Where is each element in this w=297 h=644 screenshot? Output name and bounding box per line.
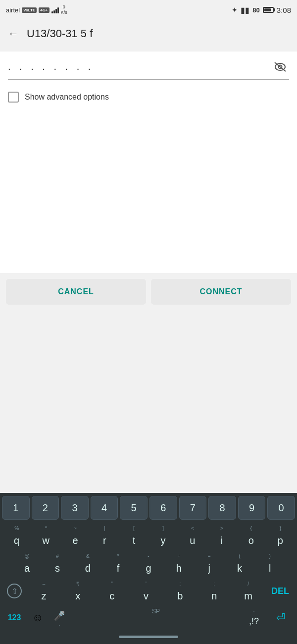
- key-z[interactable]: –z: [27, 578, 61, 604]
- signal-bars: [51, 6, 59, 13]
- status-bar: airtel VoLTE 4G+ 0 K/s ✦ ▮▮ 80 3:08: [0, 0, 297, 20]
- key-7[interactable]: 7: [179, 496, 207, 520]
- data-speed: 0 K/s: [61, 4, 67, 15]
- key-8[interactable]: 8: [208, 496, 236, 520]
- key-i[interactable]: >i: [207, 523, 236, 548]
- punct-label: ,!?: [249, 616, 259, 627]
- back-button[interactable]: ←: [8, 27, 19, 40]
- microphone-icon: 🎤: [54, 610, 65, 621]
- key-p[interactable]: }p: [266, 523, 295, 548]
- home-bar: [119, 636, 178, 638]
- top-bar: ← U13/30-31 5 f: [0, 20, 297, 48]
- connect-button[interactable]: CONNECT: [151, 279, 291, 305]
- main-content: · · · · · · · · Show advanced options: [0, 52, 297, 114]
- space-sp-label: SP: [152, 608, 160, 615]
- key-k[interactable]: (k: [224, 550, 254, 576]
- key-a[interactable]: @a: [12, 550, 42, 576]
- key-b[interactable]: :b: [163, 578, 197, 604]
- key-u[interactable]: <u: [178, 523, 207, 548]
- space-button[interactable]: SP: [70, 607, 242, 629]
- password-dots[interactable]: · · · · · · · ·: [8, 61, 271, 76]
- key-0[interactable]: 0: [267, 496, 295, 520]
- key-e[interactable]: ~e: [60, 523, 90, 548]
- action-buttons: CANCEL CONNECT: [0, 273, 297, 311]
- keyboard-number-row: 1 2 3 4 5 6 7 8 9 0: [0, 493, 297, 522]
- delete-button[interactable]: DEL: [265, 578, 295, 604]
- shift-icon: ⇧: [7, 584, 22, 598]
- key-j[interactable]: =j: [194, 550, 224, 576]
- keyboard-bottom-row: 123 ☺ 🎤 , SP . ,!? ⏎: [0, 605, 297, 632]
- key-o[interactable]: {o: [237, 523, 266, 548]
- key-r[interactable]: |r: [90, 523, 119, 548]
- key-s[interactable]: #s: [42, 550, 72, 576]
- punct-dot-label: .: [253, 608, 255, 613]
- key-m[interactable]: /m: [231, 578, 265, 604]
- key-n[interactable]: ;n: [197, 578, 231, 604]
- keyboard-asdf-row: @a #s &d *f -g +h =j (k )l: [0, 549, 297, 577]
- key-v[interactable]: 'v: [129, 578, 163, 604]
- toggle-password-visibility-button[interactable]: [271, 59, 289, 77]
- enter-button[interactable]: ⏎: [266, 607, 295, 629]
- page-title: U13/30-31 5 f: [27, 27, 93, 40]
- key-w[interactable]: ^w: [31, 523, 60, 548]
- shift-button[interactable]: ⇧: [2, 578, 27, 604]
- password-row: · · · · · · · ·: [8, 59, 289, 80]
- key-g[interactable]: -g: [133, 550, 163, 576]
- key-f[interactable]: *f: [103, 550, 133, 576]
- key-2[interactable]: 2: [32, 496, 59, 520]
- punctuation-button[interactable]: . ,!?: [242, 607, 266, 629]
- content-spacer: [0, 114, 297, 273]
- keyboard-shift-row: ⇧ –z ₹x "c 'v :b ;n /m DEL: [0, 577, 297, 605]
- numbers-switch-button[interactable]: 123: [2, 607, 27, 629]
- enter-icon: ⏎: [276, 611, 285, 624]
- key-5[interactable]: 5: [120, 496, 148, 520]
- battery-icon: 80: [252, 6, 259, 14]
- advanced-options-label: Show advanced options: [25, 93, 109, 102]
- status-right: ✦ ▮▮ 80 3:08: [232, 5, 291, 15]
- key-x[interactable]: ₹x: [61, 578, 95, 604]
- time-label: 3:08: [277, 6, 291, 14]
- key-h[interactable]: +h: [164, 550, 194, 576]
- carrier-label: airtel: [6, 6, 20, 14]
- keyboard: 1 2 3 4 5 6 7 8 9 0 %q ^w ~e |r [t ]y <u…: [0, 493, 297, 644]
- battery-display: [263, 7, 274, 13]
- battery-fill: [264, 8, 271, 11]
- network-badge: 4G+: [39, 7, 49, 13]
- key-1[interactable]: 1: [2, 496, 30, 520]
- emoji-button[interactable]: ☺: [27, 607, 49, 629]
- key-4[interactable]: 4: [91, 496, 118, 520]
- volte-badge: VoLTE: [22, 7, 37, 13]
- bluetooth-icon: ✦: [232, 6, 238, 14]
- key-6[interactable]: 6: [149, 496, 177, 520]
- key-q[interactable]: %q: [2, 523, 31, 548]
- cancel-button[interactable]: CANCEL: [6, 279, 146, 305]
- status-left: airtel VoLTE 4G+ 0 K/s: [6, 4, 67, 15]
- key-y[interactable]: ]y: [148, 523, 178, 548]
- key-9[interactable]: 9: [238, 496, 266, 520]
- microphone-button[interactable]: 🎤 ,: [49, 607, 70, 629]
- keyboard-qwerty-row: %q ^w ~e |r [t ]y <u >i {o }p: [0, 522, 297, 549]
- key-c[interactable]: "c: [95, 578, 129, 604]
- key-t[interactable]: [t: [119, 523, 148, 548]
- key-3[interactable]: 3: [61, 496, 89, 520]
- key-l[interactable]: )l: [255, 550, 285, 576]
- vibrate-icon: ▮▮: [241, 5, 249, 15]
- key-d[interactable]: &d: [73, 550, 103, 576]
- advanced-options-checkbox[interactable]: [8, 92, 19, 103]
- home-indicator: [0, 632, 297, 644]
- advanced-options-row: Show advanced options: [8, 88, 289, 107]
